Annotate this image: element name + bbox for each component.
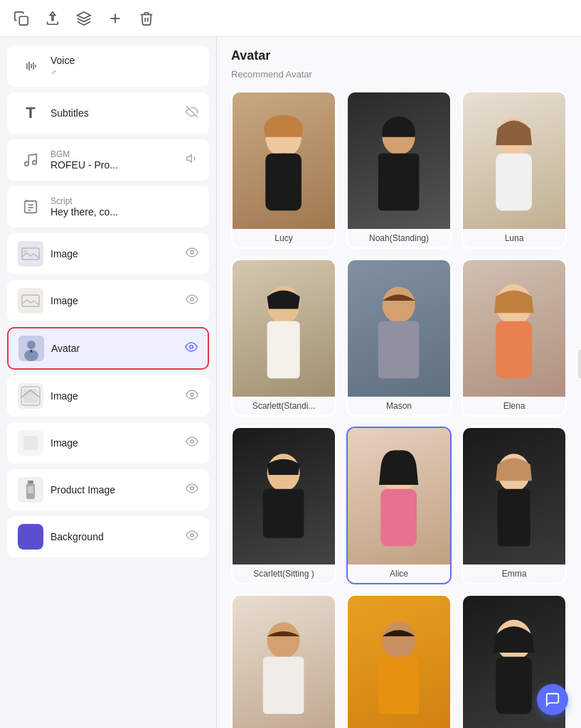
script-icon — [18, 194, 43, 220]
avatar-img-lucy — [233, 92, 335, 229]
script-sublabel: Hey there, co... — [50, 206, 198, 218]
avatar-name-lucy: Lucy — [233, 229, 335, 247]
svg-rect-50 — [267, 321, 300, 379]
avatar-card-david[interactable]: David — [346, 594, 452, 728]
svg-rect-33 — [23, 389, 38, 403]
svg-point-27 — [27, 341, 36, 349]
script-label: Script — [50, 196, 198, 206]
image2-label: Image — [50, 295, 178, 306]
avatar-card-oliver[interactable]: Oliver — [231, 594, 336, 728]
sidebar-item-product-image[interactable]: Product Image — [7, 469, 209, 510]
voice-label: Voice — [50, 55, 198, 66]
avatar-name-emma: Emma — [463, 564, 565, 583]
avatar-card-elena[interactable]: Elena — [462, 259, 567, 417]
copy-icon[interactable] — [11, 9, 31, 28]
svg-rect-40 — [28, 486, 33, 493]
product-image-content: Product Image — [50, 484, 178, 496]
image1-icon — [18, 241, 43, 267]
avatar-grid: Lucy Noah(Standing) — [231, 91, 567, 728]
avatar-card-noah[interactable]: Noah(Standing) — [346, 91, 452, 249]
eye1-icon[interactable] — [186, 246, 198, 262]
upload-icon[interactable] — [43, 9, 63, 28]
image3-label: Image — [50, 390, 178, 402]
delete-icon[interactable] — [137, 9, 156, 28]
image1-label: Image — [50, 248, 178, 259]
avatar-name-scarlett-stand: Scarlett(Standi... — [233, 397, 335, 415]
text-icon: T — [18, 100, 43, 126]
svg-point-21 — [24, 250, 27, 253]
sidebar-item-image2[interactable]: Image — [7, 280, 209, 321]
script-content: Script Hey there, co... — [50, 196, 198, 218]
avatar-card-mason[interactable]: Mason — [346, 259, 452, 417]
avatar-img-oliver — [233, 596, 335, 728]
svg-point-22 — [191, 251, 194, 255]
sidebar-item-subtitles[interactable]: T Subtitles — [7, 92, 209, 134]
sidebar-item-image1[interactable]: Image — [7, 233, 209, 274]
avatar-img-noah — [348, 92, 450, 229]
svg-rect-38 — [28, 481, 33, 483]
svg-point-63 — [383, 622, 415, 660]
avatar-img-emma — [463, 428, 565, 564]
avatar-name-scarlett-sit: Scarlett(Sitting ) — [233, 564, 335, 583]
image1-content: Image — [50, 248, 178, 259]
main-layout: Voice ♂ T Subtitles — [0, 37, 581, 728]
avatar-name-alice: Alice — [348, 564, 450, 583]
avatar-card-alice[interactable]: Alice — [346, 427, 452, 584]
add-icon[interactable] — [105, 9, 125, 28]
svg-rect-64 — [378, 657, 420, 714]
avatar-card-scarlett-sit[interactable]: Scarlett(Sitting ) — [231, 427, 336, 584]
bottle-icon — [18, 477, 43, 503]
sidebar-item-background[interactable]: Background — [7, 516, 209, 557]
avatar-card-lucy[interactable]: Lucy — [231, 91, 336, 249]
avatar-card-scarlett-stand[interactable]: Scarlett(Standi... — [231, 259, 336, 417]
volume-icon[interactable] — [186, 152, 198, 168]
svg-rect-46 — [378, 154, 420, 211]
svg-rect-44 — [266, 154, 302, 211]
eye3-icon[interactable] — [185, 341, 198, 356]
svg-marker-13 — [187, 155, 192, 163]
background-content: Background — [50, 531, 178, 542]
svg-point-30 — [190, 346, 193, 349]
image4-icon — [18, 430, 43, 456]
eye7-icon[interactable] — [186, 529, 198, 545]
avatar-name-noah: Noah(Standing) — [348, 229, 450, 247]
avatar-img-scarlett-sit — [233, 428, 335, 564]
sidebar-item-script[interactable]: Script Hey there, co... — [7, 186, 209, 228]
product-image-label: Product Image — [50, 484, 178, 496]
eye5-icon[interactable] — [186, 435, 198, 451]
image4-label: Image — [50, 437, 178, 449]
avatar-img-elena — [463, 260, 565, 397]
svg-rect-58 — [381, 489, 417, 547]
avatar-card-luna[interactable]: Luna — [462, 91, 567, 249]
layers-icon[interactable] — [74, 9, 94, 28]
sidebar-item-image4[interactable]: Image — [7, 422, 209, 464]
eye4-icon[interactable] — [186, 388, 198, 404]
sidebar-item-voice[interactable]: Voice ♂ — [7, 46, 209, 87]
eye2-icon[interactable] — [186, 293, 198, 309]
avatar-name-elena: Elena — [463, 397, 565, 415]
toolbar — [0, 0, 581, 37]
waveform-icon — [18, 53, 43, 79]
svg-point-11 — [25, 162, 29, 166]
sidebar-item-image3[interactable]: Image — [7, 375, 209, 417]
svg-rect-60 — [498, 489, 531, 547]
svg-rect-56 — [263, 489, 304, 538]
sidebar-item-avatar[interactable]: Avatar — [7, 327, 209, 370]
eye-hidden-icon[interactable] — [186, 105, 198, 121]
panel-subtitle: Recommend Avatar — [231, 69, 567, 80]
image4-content: Image — [50, 437, 178, 449]
bgm-content: BGM ROFEU - Pro... — [50, 149, 178, 171]
subtitles-content: Subtitles — [50, 107, 178, 119]
avatar-thumbnail — [18, 336, 44, 361]
eye6-icon[interactable] — [186, 482, 198, 498]
avatar-card-emma[interactable]: Emma — [462, 427, 567, 584]
svg-rect-36 — [23, 436, 38, 450]
chat-bubble-button[interactable] — [537, 684, 568, 715]
svg-point-18 — [26, 200, 28, 202]
avatar-name-luna: Luna — [463, 229, 565, 247]
svg-point-12 — [33, 161, 37, 165]
svg-marker-1 — [78, 11, 90, 18]
subtitles-label: Subtitles — [50, 107, 178, 119]
image3-icon — [18, 383, 43, 409]
sidebar-item-bgm[interactable]: BGM ROFEU - Pro... — [7, 139, 209, 181]
